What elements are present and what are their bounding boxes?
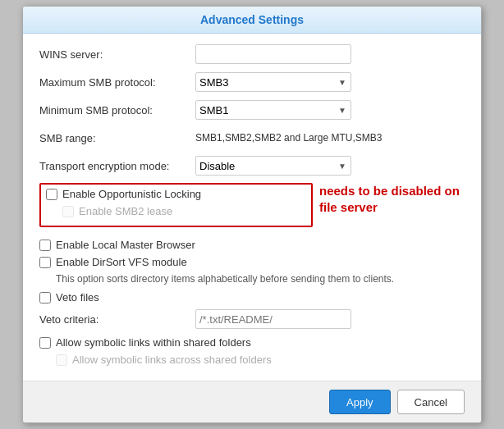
dialog-title-bar: Advanced Settings (23, 7, 481, 34)
enable-smb2-lease-row: Enable SMB2 lease (62, 205, 306, 217)
enable-opp-locking-row: Enable Opportunistic Locking (46, 188, 306, 200)
transport-label: Transport encryption mode: (39, 160, 195, 172)
enable-opp-locking-label[interactable]: Enable Opportunistic Locking (62, 188, 201, 200)
allow-symlinks-across-checkbox (56, 354, 67, 366)
veto-criteria-input[interactable] (195, 309, 351, 329)
smb-range-label: SMB range: (39, 132, 195, 144)
allow-symlinks-label[interactable]: Allow symbolic links within shared folde… (56, 336, 251, 349)
apply-button[interactable]: Apply (329, 390, 391, 414)
min-smb-select-wrap: SMB1 SMB2 SMB2 and Large MTU SMB3 ▼ (195, 100, 351, 120)
allow-symlinks-across-label: Allow symbolic links across shared folde… (72, 354, 272, 366)
wins-server-label: WINS server: (39, 48, 195, 61)
opportunistic-locking-box: Enable Opportunistic Locking Enable SMB2… (39, 183, 313, 227)
enable-opp-locking-checkbox[interactable] (46, 189, 57, 200)
allow-symlinks-across-row: Allow symbolic links across shared folde… (56, 354, 465, 366)
enable-local-master-row: Enable Local Master Browser (39, 239, 465, 251)
veto-files-label[interactable]: Veto files (56, 291, 99, 303)
cancel-button[interactable]: Cancel (397, 390, 465, 414)
annotation-text: needs to be disabled on file server (319, 184, 460, 214)
wins-server-row: WINS server: (39, 43, 465, 65)
max-smb-select[interactable]: SMB3 SMB2 and Large MTU SMB2 SMB1 (195, 72, 351, 92)
transport-select-wrap: Disable Enable Auto ▼ (195, 156, 351, 176)
veto-files-checkbox[interactable] (39, 292, 51, 303)
enable-dirsort-checkbox[interactable] (39, 257, 51, 268)
max-smb-label: Maximum SMB protocol: (39, 76, 195, 89)
min-smb-label: Minimum SMB protocol: (39, 104, 195, 116)
dialog-content: WINS server: Maximum SMB protocol: SMB3 … (23, 34, 481, 381)
advanced-settings-dialog: Advanced Settings WINS server: Maximum S… (22, 6, 482, 423)
allow-symlinks-row: Allow symbolic links within shared folde… (39, 336, 465, 349)
min-smb-row: Minimum SMB protocol: SMB1 SMB2 SMB2 and… (39, 99, 465, 121)
enable-dirsort-row: Enable DirSort VFS module (39, 256, 465, 268)
opportunistic-locking-annotation-row: Enable Opportunistic Locking Enable SMB2… (39, 183, 465, 232)
dirsort-description: This option sorts directory items alphab… (56, 273, 465, 285)
max-smb-select-wrap: SMB3 SMB2 and Large MTU SMB2 SMB1 ▼ (195, 72, 351, 92)
enable-smb2-lease-label: Enable SMB2 lease (79, 205, 172, 217)
smb-range-row: SMB range: SMB1,SMB2,SMB2 and Large MTU,… (39, 127, 465, 148)
allow-symlinks-checkbox[interactable] (39, 337, 51, 349)
veto-files-row: Veto files (39, 291, 465, 303)
veto-criteria-row: Veto criteria: (39, 308, 465, 330)
smb-range-value: SMB1,SMB2,SMB2 and Large MTU,SMB3 (195, 132, 382, 144)
dialog-footer: Apply Cancel (23, 381, 481, 422)
veto-criteria-label: Veto criteria: (39, 313, 195, 326)
transport-select[interactable]: Disable Enable Auto (195, 156, 351, 176)
enable-smb2-lease-checkbox (62, 206, 74, 217)
enable-local-master-checkbox[interactable] (39, 240, 51, 251)
min-smb-select[interactable]: SMB1 SMB2 SMB2 and Large MTU SMB3 (195, 100, 351, 120)
enable-local-master-label[interactable]: Enable Local Master Browser (56, 239, 195, 251)
max-smb-row: Maximum SMB protocol: SMB3 SMB2 and Larg… (39, 71, 465, 93)
enable-dirsort-label[interactable]: Enable DirSort VFS module (56, 256, 187, 268)
transport-row: Transport encryption mode: Disable Enabl… (39, 155, 465, 176)
dialog-title: Advanced Settings (200, 13, 304, 26)
wins-server-input[interactable] (195, 44, 351, 64)
